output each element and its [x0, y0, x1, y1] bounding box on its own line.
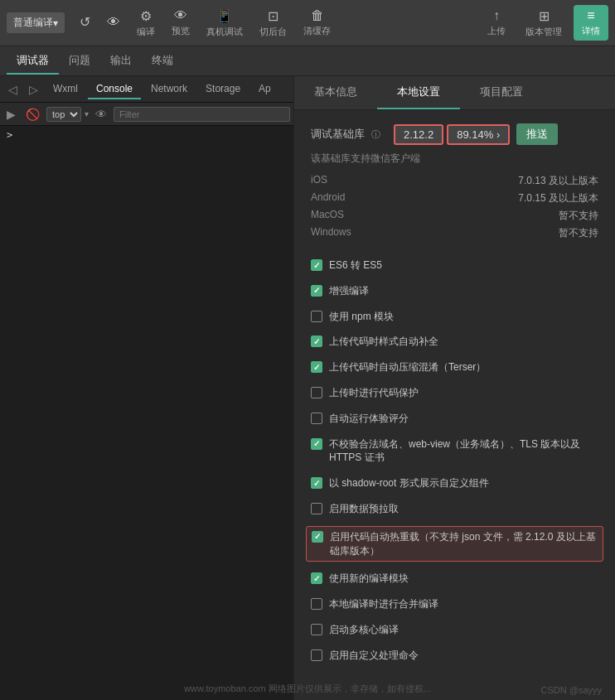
preview-eye-button[interactable]: 👁 — [99, 12, 128, 35]
right-tabs: 基本信息 本地设置 项目配置 — [294, 76, 615, 110]
macos-val: 暂不支持 — [559, 209, 598, 223]
tab-network[interactable]: Network — [143, 80, 196, 99]
checkbox-item-no_verify[interactable]: 不校验合法域名、web-view（业务域名）、TLS 版本以及 HTTPS 证书 — [311, 436, 598, 467]
checkbox-box-upload_compress[interactable] — [311, 361, 322, 373]
console-block-icon[interactable]: 🚫 — [22, 106, 43, 123]
checkbox-box-hot_reload[interactable] — [312, 531, 323, 543]
checkbox-item-multi_core[interactable]: 启动多核心编译 — [311, 621, 598, 639]
console-eye-icon[interactable]: 👁 — [92, 106, 110, 123]
debug-base-help-icon[interactable]: ⓘ — [371, 129, 380, 139]
tab-terminal-label: 终端 — [152, 54, 173, 66]
checkbox-box-enhance[interactable] — [311, 285, 322, 297]
checkbox-item-new_compiler[interactable]: 使用新的编译模块 — [311, 570, 598, 587]
checkbox-box-upload_style[interactable] — [311, 336, 322, 347]
checkbox-box-multi_core[interactable] — [311, 624, 322, 635]
progress-badge[interactable]: 89.14% › — [447, 124, 510, 145]
clear-cache-button[interactable]: 🗑 清缓存 — [295, 5, 339, 41]
preview-button[interactable]: 👁 预览 — [163, 5, 198, 41]
watermark-left: www.toymoban.com 网络图片仅供展示，非存储，如有侵权... — [0, 683, 615, 695]
checkbox-label-upload_compress: 上传代码时自动压缩混淆（Terser） — [329, 360, 486, 374]
top-toolbar: 普通编译 ▾ ↺ 👁 ⚙ 编译 👁 预览 📱 真机调试 ⊡ 切后台 🗑 清缓存 … — [0, 0, 615, 46]
console-prompt: > — [7, 129, 287, 141]
version-mgr-button[interactable]: ⊞ 版本管理 — [517, 5, 570, 41]
tab-console[interactable]: Console — [88, 80, 141, 99]
checkbox-label-shadow_root: 以 shadow-root 形式展示自定义组件 — [329, 476, 489, 490]
console-filter-input[interactable] — [114, 107, 290, 122]
tab-network-label: Network — [151, 83, 187, 94]
checkbox-item-npm[interactable]: 使用 npm 模块 — [311, 308, 598, 326]
tab-project-config-label: 项目配置 — [480, 85, 523, 98]
checkbox-label-upload_protect: 上传时进行代码保护 — [329, 386, 419, 400]
checkbox-label-auto_eval: 自动运行体验评分 — [329, 412, 409, 426]
real-debug-button[interactable]: 📱 真机调试 — [198, 5, 251, 41]
checkbox-item-compile_merge[interactable]: 本地编译时进行合并编译 — [311, 596, 598, 613]
console-content: > — [0, 126, 293, 700]
checkbox-item-hot_reload[interactable]: 启用代码自动热重载（不支持 json 文件，需 2.12.0 及以上基础库版本） — [306, 526, 603, 562]
tab-issues[interactable]: 问题 — [59, 48, 100, 75]
tab-issues-label: 问题 — [69, 54, 90, 66]
checkbox-label-multi_core: 启动多核心编译 — [329, 623, 399, 637]
checkbox-item-upload_compress[interactable]: 上传代码时自动压缩混淆（Terser） — [311, 359, 598, 376]
dropdown-arrow-icon: ▾ — [85, 109, 89, 118]
real-debug-icon: 📱 — [216, 8, 233, 24]
checkbox-item-upload_style[interactable]: 上传代码时样式自动补全 — [311, 333, 598, 350]
checkbox-label-upload_style: 上传代码时样式自动补全 — [329, 335, 438, 349]
checkbox-box-compile_merge[interactable] — [311, 598, 322, 610]
checkbox-item-custom_cmd[interactable]: 启用自定义处理命令 — [311, 647, 598, 664]
right-content: 调试基础库 ⓘ 2.12.2 89.14% › 推送 该基础库支持微信客户端 i… — [294, 110, 615, 700]
tab-storage[interactable]: Storage — [197, 80, 249, 99]
checkbox-item-upload_protect[interactable]: 上传时进行代码保护 — [311, 384, 598, 402]
tab-terminal[interactable]: 终端 — [142, 48, 183, 75]
checkbox-item-data_prefetch[interactable]: 启用数据预拉取 — [311, 500, 598, 518]
tab-wxml[interactable]: Wxml — [45, 80, 86, 99]
checkbox-box-es6[interactable] — [311, 259, 322, 271]
tab-storage-label: Storage — [206, 83, 240, 94]
macos-label: MacOS — [311, 209, 344, 223]
watermark-right: CSDN @sayyy — [540, 685, 602, 695]
mode-dropdown[interactable]: 普通编译 ▾ — [7, 12, 65, 33]
console-context-select[interactable]: top — [46, 107, 81, 122]
windows-val: 暂不支持 — [559, 226, 598, 240]
detail-button[interactable]: ≡ 详情 — [574, 5, 608, 41]
checkbox-item-shadow_root[interactable]: 以 shadow-root 形式展示自定义组件 — [311, 475, 598, 492]
compile-icon: ⚙ — [140, 8, 152, 24]
cut-back-label: 切后台 — [259, 26, 287, 38]
checkbox-box-auto_eval[interactable] — [311, 413, 322, 424]
tab-basic-info[interactable]: 基本信息 — [294, 76, 377, 109]
devtools-nav-left[interactable]: ◁ — [3, 80, 22, 99]
macos-info-row: MacOS 暂不支持 — [311, 209, 598, 223]
checkbox-box-custom_cmd[interactable] — [311, 649, 322, 661]
cut-back-button[interactable]: ⊡ 切后台 — [251, 5, 295, 41]
push-button[interactable]: 推送 — [516, 123, 558, 145]
checkbox-label-no_verify: 不校验合法域名、web-view（业务域名）、TLS 版本以及 HTTPS 证书 — [329, 437, 598, 466]
devtools-nav-right[interactable]: ▷ — [24, 80, 43, 99]
windows-label: Windows — [311, 226, 351, 240]
android-info-row: Android 7.0.15 及以上版本 — [311, 191, 598, 205]
checkbox-box-shadow_root[interactable] — [311, 477, 322, 489]
compile-button[interactable]: ⚙ 编译 — [128, 5, 163, 41]
checkbox-box-new_compiler[interactable] — [311, 572, 322, 584]
checkbox-box-no_verify[interactable] — [311, 438, 322, 450]
cut-back-icon: ⊡ — [268, 8, 278, 24]
console-play-icon[interactable]: ▶ — [3, 106, 19, 123]
checkbox-item-enhance[interactable]: 增强编译 — [311, 282, 598, 300]
checkbox-box-npm[interactable] — [311, 311, 322, 322]
devtools-tabs: ◁ ▷ Wxml Console Network Storage Ap — [0, 76, 293, 103]
detail-label: 详情 — [582, 25, 600, 37]
checkbox-box-data_prefetch[interactable] — [311, 503, 322, 514]
version-mgr-icon: ⊞ — [539, 8, 550, 24]
tab-debugger[interactable]: 调试器 — [7, 48, 59, 75]
checkbox-box-upload_protect[interactable] — [311, 387, 322, 398]
tab-output[interactable]: 输出 — [100, 48, 142, 75]
checkbox-item-es6[interactable]: ES6 转 ES5 — [311, 257, 598, 274]
refresh-button[interactable]: ↺ — [71, 11, 99, 35]
tab-ap[interactable]: Ap — [250, 80, 279, 99]
progress-value: 89.14% — [457, 128, 493, 141]
checkbox-item-auto_eval[interactable]: 自动运行体验评分 — [311, 410, 598, 427]
tab-local-settings[interactable]: 本地设置 — [377, 76, 460, 109]
upload-button[interactable]: ↑ 上传 — [479, 5, 514, 41]
debug-base-label: 调试基础库 ⓘ — [311, 127, 394, 142]
tab-project-config[interactable]: 项目配置 — [460, 76, 543, 109]
android-val: 7.0.15 及以上版本 — [518, 191, 598, 205]
eye-icon: 👁 — [107, 15, 120, 30]
